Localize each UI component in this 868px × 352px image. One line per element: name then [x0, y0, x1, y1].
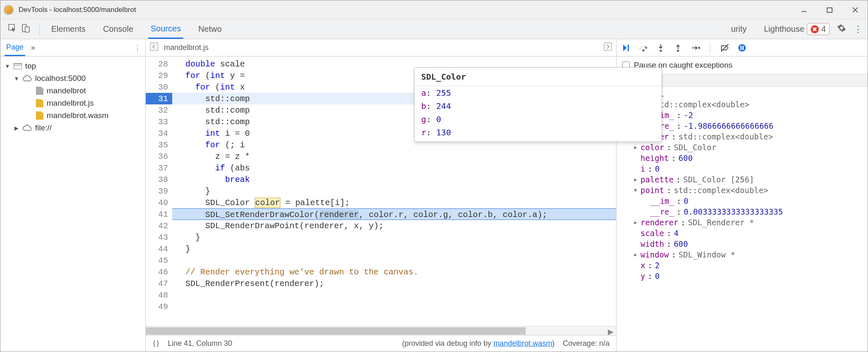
editor-filename[interactable]: mandelbrot.js — [164, 43, 209, 52]
resume-icon[interactable] — [621, 43, 631, 52]
nav-back-icon[interactable] — [150, 43, 158, 53]
value-tooltip: SDL_Color a: 255 b: 244 g: 0 r: 130 — [414, 67, 662, 142]
svg-point-15 — [698, 47, 700, 49]
pretty-print-icon[interactable]: {} — [152, 339, 159, 348]
tab-security[interactable]: urity — [728, 20, 749, 38]
file-label: mandelbrot.js — [47, 99, 94, 108]
provided-by: (provided via debug info by mandelbrot.w… — [402, 339, 555, 348]
svg-rect-9 — [150, 43, 158, 50]
minimize-button[interactable] — [799, 5, 809, 15]
svg-rect-1 — [827, 8, 832, 12]
gear-icon[interactable] — [837, 24, 846, 35]
more-tabs-chevron[interactable]: » — [31, 43, 35, 52]
file-label: mandelbrot — [47, 86, 86, 95]
tree-file-mandelbrot-wasm[interactable]: mandelbrot.wasm — [0, 109, 145, 122]
breakpoint-marker: 31 — [146, 93, 172, 104]
main-toolbar: Elements Console Sources Netwo urity Lig… — [0, 19, 868, 39]
cursor-position: Line 41, Column 30 — [168, 339, 232, 348]
maximize-button[interactable] — [825, 5, 835, 15]
tree-host-label: localhost:5000 — [35, 74, 86, 83]
devtools-icon — [4, 5, 14, 15]
hover-variable: color — [255, 198, 280, 208]
svg-point-13 — [660, 50, 662, 52]
tree-file-scheme[interactable]: ▶ file:// — [0, 122, 145, 134]
window-title: DevTools - localhost:5000/mandelbrot — [19, 6, 799, 14]
panel-tabs: Elements Console Sources Netwo urity Lig… — [45, 20, 807, 39]
step-out-icon[interactable] — [674, 43, 683, 52]
tree-file-scheme-label: file:// — [35, 123, 52, 132]
tree-file-mandelbrot[interactable]: mandelbrot — [0, 85, 145, 97]
svg-point-12 — [643, 49, 645, 51]
navigator-header: Page » ⋮ — [0, 39, 145, 57]
device-icon[interactable] — [21, 24, 30, 35]
editor-pane: mandelbrot.js 28293031323334353637383940… — [146, 39, 617, 352]
navigator-sidebar: Page » ⋮ ▼ top ▼ localhost:5000 mandelbr… — [0, 39, 146, 352]
svg-line-16 — [721, 44, 728, 52]
window-controls — [799, 5, 860, 15]
svg-rect-7 — [14, 64, 22, 69]
editor-tabbar: mandelbrot.js — [146, 39, 616, 57]
panel-body: Page » ⋮ ▼ top ▼ localhost:5000 mandelbr… — [0, 39, 868, 352]
titlebar: DevTools - localhost:5000/mandelbrot — [0, 0, 868, 19]
tab-console[interactable]: Console — [100, 20, 135, 38]
file-icon — [36, 87, 43, 95]
error-badge[interactable]: ✖ 4 — [807, 23, 830, 35]
tooltip-title: SDL_Color — [415, 68, 662, 86]
step-over-icon[interactable] — [639, 43, 648, 52]
error-icon: ✖ — [811, 25, 819, 33]
svg-rect-10 — [604, 43, 612, 50]
tab-lighthouse[interactable]: Lighthouse — [761, 20, 807, 38]
file-label: mandelbrot.wasm — [47, 111, 109, 120]
deactivate-breakpoints-icon[interactable] — [720, 43, 729, 52]
devtools-window: DevTools - localhost:5000/mandelbrot Ele… — [0, 0, 868, 352]
error-count: 4 — [821, 24, 826, 34]
svg-point-17 — [738, 44, 746, 52]
svg-rect-18 — [740, 46, 742, 50]
tab-network[interactable]: Netwo — [196, 20, 224, 38]
debugger-toolbar — [617, 39, 868, 57]
nav-forward-icon[interactable] — [604, 43, 612, 53]
page-tab[interactable]: Page — [5, 40, 25, 56]
provided-link[interactable]: mandelbrot.wasm — [493, 339, 552, 347]
step-icon[interactable] — [691, 43, 700, 52]
tree-host[interactable]: ▼ localhost:5000 — [0, 72, 145, 85]
navigator-menu-icon[interactable]: ⋮ — [134, 43, 141, 52]
svg-rect-19 — [742, 46, 744, 50]
frame-icon — [14, 63, 22, 69]
inspect-icon[interactable] — [8, 24, 17, 35]
pause-on-exceptions-icon[interactable] — [738, 43, 747, 52]
cloud-icon — [23, 75, 32, 82]
kebab-icon[interactable]: ⋮ — [854, 24, 863, 35]
cloud-icon — [23, 125, 32, 131]
coverage-info: Coverage: n/a — [563, 339, 609, 348]
tree-top[interactable]: ▼ top — [0, 60, 145, 72]
svg-rect-6 — [25, 27, 29, 32]
svg-rect-11 — [628, 45, 629, 51]
tree-file-mandelbrot-js[interactable]: mandelbrot.js — [0, 97, 145, 109]
current-execution-line: SDL_SetRenderDrawColor(renderer, color.r… — [172, 208, 616, 220]
svg-point-14 — [677, 50, 679, 52]
gutter[interactable]: 2829303132333435363738394041424344454647… — [146, 57, 172, 326]
tab-sources[interactable]: Sources — [148, 20, 183, 39]
tab-elements[interactable]: Elements — [49, 20, 88, 38]
tree-top-label: top — [25, 61, 36, 71]
close-button[interactable] — [850, 5, 860, 15]
file-icon — [36, 111, 43, 120]
file-tree: ▼ top ▼ localhost:5000 mandelbrot mandel… — [0, 57, 145, 137]
horizontal-scrollbar[interactable]: ▶ — [146, 326, 616, 335]
file-icon — [36, 99, 43, 107]
editor-statusbar: {} Line 41, Column 30 (provided via debu… — [146, 335, 616, 352]
step-into-icon[interactable] — [656, 43, 665, 52]
separator — [39, 23, 40, 35]
